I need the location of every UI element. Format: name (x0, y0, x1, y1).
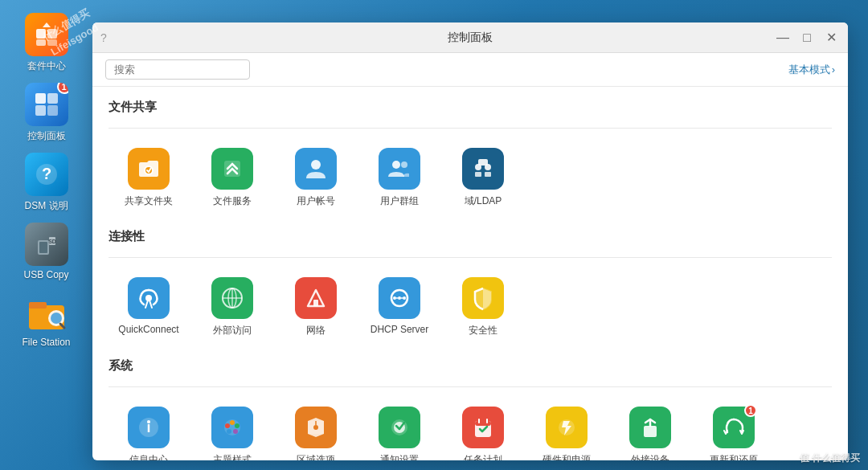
panel-icon-dhcp-server-label: DHCP Server (371, 324, 428, 335)
svg-point-46 (225, 423, 230, 428)
panel-icon-shared-folder[interactable]: 共享文件夹 (108, 140, 189, 216)
bottom-watermark: 值 什么值得买 (800, 452, 860, 465)
panel-icon-region-label: 区域选项 (297, 453, 335, 460)
sidebar-item-dsm-help[interactable]: ? DSM 说明 (6, 148, 87, 218)
notification-icon (387, 415, 412, 440)
section-system-divider (108, 386, 832, 387)
panel-icon-user-account[interactable]: 用户帐号 (276, 140, 356, 216)
panel-icon-external-devices[interactable]: 外接设备 (610, 398, 690, 460)
svg-rect-8 (47, 105, 58, 116)
panel-icon-network-label: 网络 (306, 324, 326, 337)
svg-rect-1 (47, 29, 57, 39)
svg-rect-2 (36, 39, 46, 46)
desktop-sidebar: 套件中心 1 控制面板 ? DSM 说明 (0, 0, 92, 470)
svg-point-26 (475, 164, 481, 170)
external-devices-icon (637, 415, 663, 440)
svg-point-22 (311, 160, 321, 170)
sidebar-item-control-panel-label: 控制面板 (27, 129, 66, 143)
security-icon (470, 285, 496, 311)
panel-icon-update-restore[interactable]: 1 更新和还原 (694, 398, 774, 460)
control-panel-icon (33, 91, 60, 118)
control-panel-window: ? 控制面板 — □ ✕ 基本模式 › 文件共享 (92, 22, 848, 460)
dhcp-server-icon (387, 285, 412, 311)
svg-point-39 (403, 296, 406, 300)
panel-icon-notification[interactable]: 通知设置 (359, 398, 440, 460)
svg-point-37 (393, 296, 396, 300)
panel-icon-security-label: 安全性 (469, 324, 497, 337)
panel-icon-quickconnect[interactable]: QuickConnect (108, 269, 189, 345)
titlebar-pin[interactable]: ? (100, 31, 107, 44)
panel-icon-external-access[interactable]: 外部访问 (192, 269, 272, 345)
panel-icon-security[interactable]: 安全性 (443, 269, 523, 345)
section-file-sharing-title: 文件共享 (108, 100, 832, 118)
sidebar-item-file-station-label: File Station (22, 337, 70, 348)
section-system-grid: i 信息中心 主题样式 (108, 398, 832, 460)
panel-icon-task-scheduler-label: 任务计划 (464, 453, 502, 460)
svg-rect-5 (35, 93, 46, 104)
section-system-title: 系统 (108, 358, 832, 377)
panel-icon-info-center[interactable]: i 信息中心 (108, 398, 189, 460)
panel-icon-user-group-label: 用户群组 (380, 194, 419, 208)
file-services-icon (219, 156, 245, 182)
user-account-icon (303, 156, 329, 182)
panel-icon-file-services-label: 文件服务 (213, 194, 252, 208)
search-input[interactable] (105, 59, 250, 80)
svg-rect-56 (475, 421, 491, 426)
panel-icon-task-scheduler[interactable]: 任务计划 (443, 398, 523, 460)
basic-mode-button[interactable]: 基本模式 › (788, 63, 835, 77)
panel-icon-update-restore-label: 更新和还原 (710, 453, 758, 460)
panel-icon-user-account-label: 用户帐号 (297, 194, 335, 208)
sidebar-item-file-station[interactable]: File Station (6, 285, 87, 353)
section-file-sharing-divider (108, 128, 832, 129)
panel-icon-domain-ldap-label: 域/LDAP (465, 194, 502, 208)
svg-point-44 (147, 420, 150, 423)
titlebar-controls: — □ ✕ (774, 29, 840, 47)
domain-ldap-icon (470, 156, 496, 182)
svg-point-51 (313, 425, 318, 430)
sidebar-item-package-center[interactable]: 套件中心 (6, 8, 87, 78)
svg-point-23 (392, 161, 400, 169)
maximize-button[interactable]: □ (798, 29, 816, 47)
panel-icon-theme-style-label: 主题样式 (213, 453, 252, 460)
hardware-power-icon (554, 415, 579, 440)
svg-rect-29 (485, 172, 491, 177)
svg-rect-16 (29, 302, 47, 309)
minimize-button[interactable]: — (774, 29, 792, 47)
svg-rect-7 (35, 105, 46, 116)
close-button[interactable]: ✕ (822, 29, 840, 47)
svg-rect-0 (36, 29, 46, 39)
panel-icon-external-access-label: 外部访问 (213, 324, 252, 337)
panel-icon-dhcp-server[interactable]: DHCP Server (359, 269, 440, 345)
svg-rect-6 (47, 93, 58, 104)
svg-rect-27 (475, 172, 481, 177)
sidebar-item-package-center-label: 套件中心 (27, 59, 66, 73)
panel-icon-region[interactable]: 区域选项 (276, 398, 356, 460)
usb-copy-icon: SD (33, 231, 60, 258)
panel-content: 文件共享 共享文件夹 (92, 87, 848, 460)
sidebar-item-control-panel[interactable]: 1 控制面板 (6, 78, 87, 148)
svg-point-49 (233, 429, 238, 434)
panel-icon-shared-folder-label: 共享文件夹 (125, 194, 173, 208)
sidebar-item-usb-copy-label: USB Copy (23, 269, 68, 280)
svg-rect-3 (47, 39, 57, 46)
theme-style-icon (219, 415, 245, 440)
panel-icon-theme-style[interactable]: 主题样式 (192, 398, 272, 460)
dsm-help-icon: ? (33, 161, 60, 188)
svg-point-18 (51, 313, 62, 324)
svg-point-28 (485, 164, 491, 170)
panel-icon-file-services[interactable]: 文件服务 (192, 140, 272, 216)
sidebar-item-usb-copy[interactable]: SD USB Copy (6, 218, 87, 285)
info-center-icon: i (136, 415, 162, 440)
panel-icon-notification-label: 通知设置 (380, 453, 419, 460)
package-center-icon (33, 21, 60, 48)
svg-text:SD: SD (48, 239, 56, 244)
panel-icon-domain-ldap[interactable]: 域/LDAP (443, 140, 523, 216)
svg-rect-35 (313, 300, 318, 306)
panel-icon-user-group[interactable]: 用户群组 (359, 140, 440, 216)
section-connectivity-title: 连接性 (108, 229, 832, 247)
panel-icon-network[interactable]: 网络 (276, 269, 356, 345)
panel-icon-hardware-power-label: 硬件和电源 (542, 453, 591, 460)
panel-icon-hardware-power[interactable]: 硬件和电源 (526, 398, 607, 460)
update-restore-badge: 1 (744, 404, 757, 417)
svg-marker-4 (43, 22, 51, 27)
